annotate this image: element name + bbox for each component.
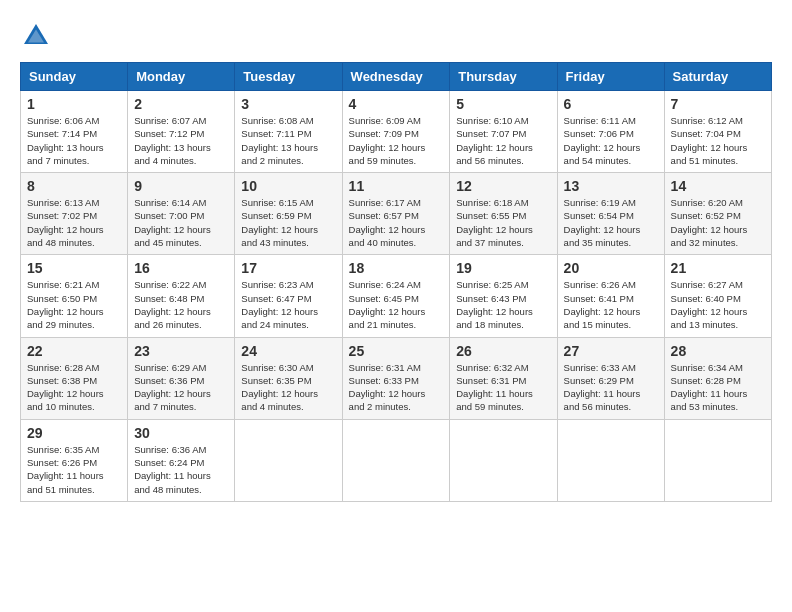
calendar-cell: 6Sunrise: 6:11 AM Sunset: 7:06 PM Daylig… [557, 91, 664, 173]
calendar-cell: 18Sunrise: 6:24 AM Sunset: 6:45 PM Dayli… [342, 255, 450, 337]
day-info: Sunrise: 6:20 AM Sunset: 6:52 PM Dayligh… [671, 196, 765, 249]
calendar-week-row: 22Sunrise: 6:28 AM Sunset: 6:38 PM Dayli… [21, 337, 772, 419]
calendar-cell: 23Sunrise: 6:29 AM Sunset: 6:36 PM Dayli… [128, 337, 235, 419]
day-number: 23 [134, 343, 228, 359]
day-number: 3 [241, 96, 335, 112]
calendar-cell [557, 419, 664, 501]
day-number: 30 [134, 425, 228, 441]
calendar-cell: 29Sunrise: 6:35 AM Sunset: 6:26 PM Dayli… [21, 419, 128, 501]
day-info: Sunrise: 6:27 AM Sunset: 6:40 PM Dayligh… [671, 278, 765, 331]
day-info: Sunrise: 6:32 AM Sunset: 6:31 PM Dayligh… [456, 361, 550, 414]
day-of-week-sunday: Sunday [21, 63, 128, 91]
day-number: 22 [27, 343, 121, 359]
day-info: Sunrise: 6:33 AM Sunset: 6:29 PM Dayligh… [564, 361, 658, 414]
day-info: Sunrise: 6:26 AM Sunset: 6:41 PM Dayligh… [564, 278, 658, 331]
day-info: Sunrise: 6:21 AM Sunset: 6:50 PM Dayligh… [27, 278, 121, 331]
day-number: 7 [671, 96, 765, 112]
day-number: 12 [456, 178, 550, 194]
day-info: Sunrise: 6:07 AM Sunset: 7:12 PM Dayligh… [134, 114, 228, 167]
calendar-cell: 5Sunrise: 6:10 AM Sunset: 7:07 PM Daylig… [450, 91, 557, 173]
calendar-cell: 15Sunrise: 6:21 AM Sunset: 6:50 PM Dayli… [21, 255, 128, 337]
day-number: 5 [456, 96, 550, 112]
calendar-cell: 12Sunrise: 6:18 AM Sunset: 6:55 PM Dayli… [450, 173, 557, 255]
calendar-cell [342, 419, 450, 501]
calendar-cell: 28Sunrise: 6:34 AM Sunset: 6:28 PM Dayli… [664, 337, 771, 419]
calendar-cell: 3Sunrise: 6:08 AM Sunset: 7:11 PM Daylig… [235, 91, 342, 173]
day-info: Sunrise: 6:23 AM Sunset: 6:47 PM Dayligh… [241, 278, 335, 331]
day-of-week-monday: Monday [128, 63, 235, 91]
calendar-cell: 17Sunrise: 6:23 AM Sunset: 6:47 PM Dayli… [235, 255, 342, 337]
day-number: 16 [134, 260, 228, 276]
day-info: Sunrise: 6:31 AM Sunset: 6:33 PM Dayligh… [349, 361, 444, 414]
calendar-cell: 13Sunrise: 6:19 AM Sunset: 6:54 PM Dayli… [557, 173, 664, 255]
day-number: 10 [241, 178, 335, 194]
calendar-cell: 10Sunrise: 6:15 AM Sunset: 6:59 PM Dayli… [235, 173, 342, 255]
day-number: 15 [27, 260, 121, 276]
day-number: 13 [564, 178, 658, 194]
day-number: 20 [564, 260, 658, 276]
day-number: 8 [27, 178, 121, 194]
logo [20, 20, 58, 52]
day-number: 26 [456, 343, 550, 359]
calendar-header-row: SundayMondayTuesdayWednesdayThursdayFrid… [21, 63, 772, 91]
day-number: 29 [27, 425, 121, 441]
calendar-cell: 22Sunrise: 6:28 AM Sunset: 6:38 PM Dayli… [21, 337, 128, 419]
day-info: Sunrise: 6:19 AM Sunset: 6:54 PM Dayligh… [564, 196, 658, 249]
page-header [20, 20, 772, 52]
calendar-cell: 19Sunrise: 6:25 AM Sunset: 6:43 PM Dayli… [450, 255, 557, 337]
calendar-cell: 16Sunrise: 6:22 AM Sunset: 6:48 PM Dayli… [128, 255, 235, 337]
day-number: 14 [671, 178, 765, 194]
calendar-cell: 30Sunrise: 6:36 AM Sunset: 6:24 PM Dayli… [128, 419, 235, 501]
calendar-cell: 27Sunrise: 6:33 AM Sunset: 6:29 PM Dayli… [557, 337, 664, 419]
day-number: 18 [349, 260, 444, 276]
day-info: Sunrise: 6:10 AM Sunset: 7:07 PM Dayligh… [456, 114, 550, 167]
day-info: Sunrise: 6:09 AM Sunset: 7:09 PM Dayligh… [349, 114, 444, 167]
calendar-cell: 11Sunrise: 6:17 AM Sunset: 6:57 PM Dayli… [342, 173, 450, 255]
calendar-week-row: 1Sunrise: 6:06 AM Sunset: 7:14 PM Daylig… [21, 91, 772, 173]
day-info: Sunrise: 6:34 AM Sunset: 6:28 PM Dayligh… [671, 361, 765, 414]
calendar-cell: 9Sunrise: 6:14 AM Sunset: 7:00 PM Daylig… [128, 173, 235, 255]
calendar-week-row: 29Sunrise: 6:35 AM Sunset: 6:26 PM Dayli… [21, 419, 772, 501]
calendar-cell [450, 419, 557, 501]
day-number: 24 [241, 343, 335, 359]
calendar-cell: 4Sunrise: 6:09 AM Sunset: 7:09 PM Daylig… [342, 91, 450, 173]
day-number: 28 [671, 343, 765, 359]
calendar-table: SundayMondayTuesdayWednesdayThursdayFrid… [20, 62, 772, 502]
day-info: Sunrise: 6:18 AM Sunset: 6:55 PM Dayligh… [456, 196, 550, 249]
day-number: 9 [134, 178, 228, 194]
day-info: Sunrise: 6:30 AM Sunset: 6:35 PM Dayligh… [241, 361, 335, 414]
day-info: Sunrise: 6:14 AM Sunset: 7:00 PM Dayligh… [134, 196, 228, 249]
calendar-week-row: 15Sunrise: 6:21 AM Sunset: 6:50 PM Dayli… [21, 255, 772, 337]
calendar-cell: 1Sunrise: 6:06 AM Sunset: 7:14 PM Daylig… [21, 91, 128, 173]
logo-icon [20, 20, 52, 52]
calendar-cell: 21Sunrise: 6:27 AM Sunset: 6:40 PM Dayli… [664, 255, 771, 337]
day-info: Sunrise: 6:24 AM Sunset: 6:45 PM Dayligh… [349, 278, 444, 331]
day-of-week-wednesday: Wednesday [342, 63, 450, 91]
day-info: Sunrise: 6:15 AM Sunset: 6:59 PM Dayligh… [241, 196, 335, 249]
calendar-week-row: 8Sunrise: 6:13 AM Sunset: 7:02 PM Daylig… [21, 173, 772, 255]
day-number: 27 [564, 343, 658, 359]
day-info: Sunrise: 6:36 AM Sunset: 6:24 PM Dayligh… [134, 443, 228, 496]
day-info: Sunrise: 6:17 AM Sunset: 6:57 PM Dayligh… [349, 196, 444, 249]
day-number: 19 [456, 260, 550, 276]
calendar-cell [664, 419, 771, 501]
day-info: Sunrise: 6:08 AM Sunset: 7:11 PM Dayligh… [241, 114, 335, 167]
day-info: Sunrise: 6:13 AM Sunset: 7:02 PM Dayligh… [27, 196, 121, 249]
calendar-cell: 2Sunrise: 6:07 AM Sunset: 7:12 PM Daylig… [128, 91, 235, 173]
calendar-cell: 25Sunrise: 6:31 AM Sunset: 6:33 PM Dayli… [342, 337, 450, 419]
day-number: 21 [671, 260, 765, 276]
day-info: Sunrise: 6:22 AM Sunset: 6:48 PM Dayligh… [134, 278, 228, 331]
day-info: Sunrise: 6:25 AM Sunset: 6:43 PM Dayligh… [456, 278, 550, 331]
day-number: 11 [349, 178, 444, 194]
day-of-week-tuesday: Tuesday [235, 63, 342, 91]
calendar-cell: 7Sunrise: 6:12 AM Sunset: 7:04 PM Daylig… [664, 91, 771, 173]
day-number: 25 [349, 343, 444, 359]
day-of-week-thursday: Thursday [450, 63, 557, 91]
day-of-week-saturday: Saturday [664, 63, 771, 91]
day-number: 2 [134, 96, 228, 112]
day-number: 6 [564, 96, 658, 112]
calendar-cell [235, 419, 342, 501]
day-of-week-friday: Friday [557, 63, 664, 91]
day-info: Sunrise: 6:11 AM Sunset: 7:06 PM Dayligh… [564, 114, 658, 167]
calendar-cell: 26Sunrise: 6:32 AM Sunset: 6:31 PM Dayli… [450, 337, 557, 419]
